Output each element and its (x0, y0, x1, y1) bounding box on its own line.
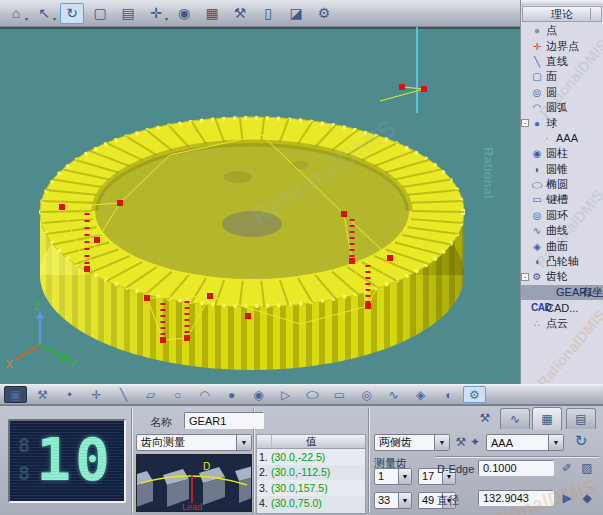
tree-item-boundary[interactable]: ✛边界点 (521, 38, 603, 53)
table-row[interactable]: 2.(30.0,-112.5) (257, 465, 365, 481)
stylus-icon[interactable]: ✦ (466, 433, 484, 450)
value-column-header[interactable]: 值 (257, 435, 365, 449)
curve-button[interactable]: ∿ (382, 386, 405, 403)
play-measure-icon[interactable]: ▶ (558, 489, 576, 506)
tree-item-point[interactable]: ●点 (521, 23, 603, 38)
line-button[interactable]: ╲ (112, 386, 135, 403)
stylus-point-icon[interactable]: ◆ (578, 489, 596, 506)
ring-button[interactable]: ◎ (355, 386, 378, 403)
chevron-down-icon[interactable]: ▼ (236, 435, 251, 450)
row-index: 4. (257, 497, 271, 509)
tree-item-aaa[interactable]: ·AAA (521, 131, 603, 146)
tree-item-surface-label: 曲面 (546, 239, 568, 254)
tree-item-line[interactable]: ╲直线 (521, 54, 603, 69)
name-input[interactable] (184, 412, 264, 429)
gear-model[interactable] (40, 117, 464, 370)
color-palette-button[interactable]: ▦ (200, 3, 224, 24)
apply-edge-icon[interactable]: ✐ (558, 459, 576, 476)
value-table: 值 1.(30.0,-22.5)2.(30.0,-112.5)3.(30.0,1… (256, 434, 366, 514)
sphere-button[interactable]: ● (220, 386, 243, 403)
d-edge-label: D-Edge (437, 463, 474, 475)
tree-item-sphere[interactable]: -●球 (521, 115, 603, 130)
chevron-down-icon[interactable]: ▾ (25, 15, 28, 22)
lcd-counter-display: 8 8 10 (8, 419, 126, 503)
tree-item-ring-label: 圆环 (546, 208, 568, 223)
select-cursor-button[interactable]: ↖▾ (32, 3, 56, 24)
tree-item-plane[interactable]: ▢面 (521, 69, 603, 84)
tree-item-ring[interactable]: ◎圆环 (521, 208, 603, 223)
tree-item-arc[interactable]: ◠圆弧 (521, 100, 603, 115)
tree-header[interactable]: 理论 (522, 6, 602, 22)
plane-button[interactable]: ▱ (139, 386, 162, 403)
save-view-button[interactable]: ▤ (116, 3, 140, 24)
chevron-down-icon[interactable]: ▾ (165, 15, 168, 22)
home-view-button[interactable]: ⌂▾ (4, 3, 28, 24)
cone-button[interactable]: ▷ (274, 386, 297, 403)
coordinate-axes-button[interactable]: ✛▾ (144, 3, 168, 24)
gear-button[interactable]: ⚙ (463, 386, 486, 403)
tree-item-cone[interactable]: ◗圆锥 (521, 162, 603, 177)
erase-icon[interactable]: ▨ (578, 459, 596, 476)
rotate-view-button[interactable]: ↻ (60, 3, 84, 24)
chevron-down-icon[interactable]: ▼ (434, 435, 449, 450)
tree-expander[interactable]: - (521, 119, 529, 127)
tooth-number-spinner[interactable]: 33▼ (374, 492, 412, 509)
table-row[interactable]: 4.(30.0,75.0) (257, 496, 365, 512)
flank-side-dropdown[interactable]: 两侧齿 ▼ (374, 434, 450, 451)
viewport-3d[interactable]: Z X Y RationalDMIS Rational (0, 27, 520, 384)
tree-item-cad[interactable]: CADCAD... (521, 300, 603, 315)
tree-item-point-cloud[interactable]: ∴点云 (521, 315, 603, 330)
tools-button[interactable]: ⚒ (228, 3, 252, 24)
d-edge-input[interactable] (478, 460, 554, 476)
tab-report[interactable]: ▤ (566, 408, 596, 429)
cylinder-button[interactable]: ◉ (247, 386, 270, 403)
refresh-icon[interactable]: ↻ (572, 432, 590, 449)
sphere-icon: ● (531, 118, 543, 129)
chevron-down-icon[interactable]: ▼ (398, 493, 411, 508)
tree-item-circle[interactable]: ◎圆 (521, 85, 603, 100)
surface-button[interactable]: ◈ (409, 386, 432, 403)
tab-curve[interactable]: ∿ (500, 408, 530, 429)
probe-button[interactable]: ⚒ (31, 386, 54, 403)
plane-icon: ▢ (531, 71, 543, 82)
ellipse-button[interactable]: ◯ (301, 386, 324, 403)
table-row[interactable]: 3.(30.0,157.5) (257, 480, 365, 496)
slot-button[interactable]: ▭ (328, 386, 351, 403)
probe-dropdown[interactable]: AAA ▼ (486, 434, 564, 451)
delete-button[interactable]: ▯ (256, 3, 280, 24)
eye-visibility-button[interactable]: ◉ (172, 3, 196, 24)
point-icon: ● (531, 25, 543, 36)
cam-button[interactable]: ◖ (436, 386, 459, 403)
panel-grip[interactable] (521, 0, 603, 5)
probe-setup-button[interactable]: ⚒ (474, 409, 496, 426)
arc-icon: ◠ (199, 388, 209, 402)
circle-button[interactable]: ○ (166, 386, 189, 403)
point-button[interactable]: • (58, 386, 81, 403)
tree-item-cylinder[interactable]: ◉圆柱 (521, 146, 603, 161)
tooth-number-spinner[interactable]: 1▼ (374, 468, 412, 485)
tree-expander[interactable]: - (521, 273, 529, 281)
diameter-input[interactable] (478, 490, 554, 506)
home-view-icon: ⌂ (12, 5, 20, 21)
surface-icon: ◈ (531, 241, 543, 252)
measure-window-button[interactable]: ▣ (4, 386, 27, 403)
tree-item-gear[interactable]: -⚙齿轮 (521, 269, 603, 284)
pick-surface-button[interactable]: ◪ (284, 3, 308, 24)
tree-item-gear1[interactable]: GEAR1有坐 (521, 285, 603, 300)
tree-item-slot[interactable]: ▭键槽 (521, 192, 603, 207)
chevron-down-icon[interactable]: ▼ (398, 469, 411, 484)
arc-button[interactable]: ◠ (193, 386, 216, 403)
measure-mode-dropdown[interactable]: 齿向测量 ▼ (136, 434, 252, 451)
tree-item-ellipse[interactable]: ◯椭圆 (521, 177, 603, 192)
table-row[interactable]: 1.(30.0,-22.5) (257, 449, 365, 465)
gear-edit-button[interactable]: ⚙ (312, 3, 336, 24)
zoom-window-button[interactable]: ▢ (88, 3, 112, 24)
tab-table[interactable]: ▦ (532, 407, 562, 430)
tree-item-surface[interactable]: ◈曲面 (521, 238, 603, 253)
chevron-down-icon[interactable]: ▾ (53, 15, 56, 22)
chevron-down-icon[interactable]: ▼ (548, 435, 563, 450)
tree-item-curve[interactable]: ∿曲线 (521, 223, 603, 238)
slot-icon: ▭ (531, 194, 543, 205)
coordsys-button[interactable]: ✛ (85, 386, 108, 403)
tree-item-camshaft[interactable]: ◖凸轮轴 (521, 254, 603, 269)
